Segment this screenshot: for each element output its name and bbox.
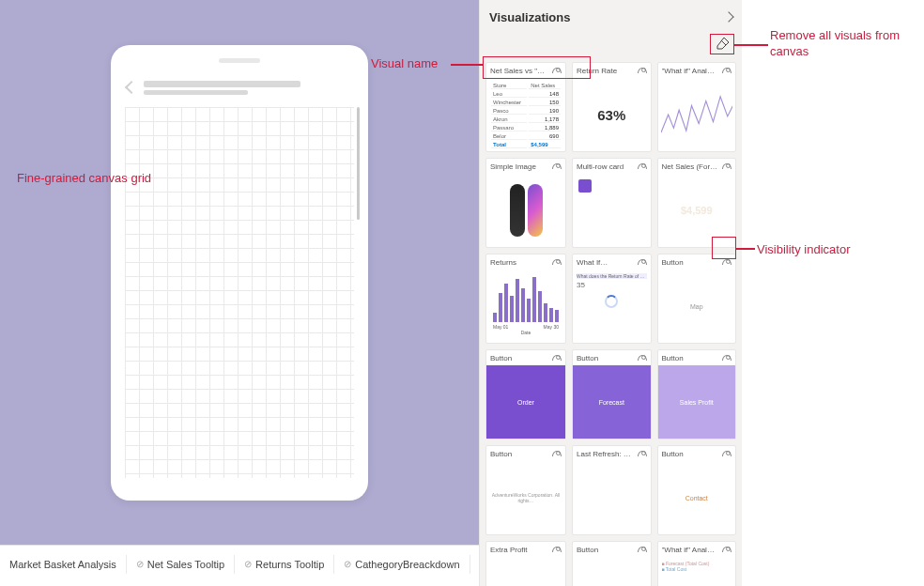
visibility-icon[interactable] bbox=[722, 547, 732, 552]
visibility-icon[interactable] bbox=[638, 355, 647, 361]
back-icon[interactable] bbox=[125, 81, 138, 94]
hidden-icon: ⊘ bbox=[244, 559, 252, 569]
toolbar-row bbox=[480, 34, 742, 58]
callout-box bbox=[483, 56, 591, 79]
phone-frame bbox=[111, 45, 368, 501]
visibility-icon[interactable] bbox=[722, 163, 732, 169]
tile-title: Returns bbox=[490, 258, 516, 267]
tile-button-order[interactable]: Button Order bbox=[485, 349, 566, 440]
card-icon bbox=[578, 179, 592, 193]
panel-title: Visualizations bbox=[489, 10, 570, 24]
whatif-value: 35 bbox=[577, 281, 647, 289]
visibility-icon[interactable] bbox=[552, 163, 562, 169]
tile-button-text1[interactable]: Button AdventureWorks Corporation. All r… bbox=[485, 445, 566, 535]
kpi-value: 63% bbox=[573, 78, 651, 151]
visibility-icon[interactable] bbox=[552, 547, 562, 552]
visibility-icon[interactable] bbox=[552, 355, 562, 361]
callout-line bbox=[734, 44, 768, 46]
tile-title: Button bbox=[577, 354, 598, 362]
visualizations-header: Visualizations bbox=[480, 0, 742, 34]
visibility-icon[interactable] bbox=[638, 68, 647, 73]
tab-market-basket[interactable]: Market Basket Analysis bbox=[0, 555, 127, 574]
hidden-icon: ⊘ bbox=[344, 559, 351, 569]
button-text: AdventureWorks Corporation. All rights… bbox=[486, 461, 565, 534]
tile-last-refresh[interactable]: Last Refresh: Jun… bbox=[572, 445, 652, 535]
tile-title: Button bbox=[577, 546, 598, 554]
tile-button-profile[interactable]: Button Profile account bbox=[572, 541, 652, 586]
tile-title: Multi-row card bbox=[577, 162, 624, 171]
visualizations-pane: Visualizations Net Sales vs "W… StoreNet… bbox=[479, 0, 742, 586]
tile-button-map[interactable]: Button Map bbox=[657, 254, 737, 344]
tile-title: What If… bbox=[577, 258, 608, 267]
tile-simple-image[interactable]: Simple Image bbox=[485, 158, 566, 248]
tile-title: "What if" Analysi… bbox=[662, 546, 718, 554]
tile-net-sales-forecast[interactable]: Net Sales (Forec… $4,599 bbox=[657, 158, 737, 248]
annotation-canvas-grid: Fine-grained canvas grid bbox=[17, 171, 151, 187]
button-label: Sales Profit bbox=[658, 365, 736, 439]
tile-whatif-analysis-2[interactable]: "What if" Analysi… ■ Forecast (Total Cos… bbox=[657, 541, 737, 586]
button-text: Contact bbox=[658, 461, 736, 534]
tab-returns-tooltip[interactable]: ⊘Returns Tooltip bbox=[235, 555, 334, 574]
visualizations-grid: Net Sales vs "W… StoreNet Sales Leo148 W… bbox=[480, 58, 742, 586]
visibility-icon[interactable] bbox=[638, 547, 647, 552]
tile-whatif-slider[interactable]: What If… What does the Return Rate of … … bbox=[572, 254, 652, 344]
canvas-scrollbar[interactable] bbox=[357, 107, 360, 220]
tile-title: Net Sales (Forec… bbox=[662, 162, 718, 171]
phone-title-placeholder bbox=[144, 78, 352, 98]
visibility-icon[interactable] bbox=[552, 451, 562, 456]
visibility-icon[interactable] bbox=[638, 451, 647, 456]
visibility-icon[interactable] bbox=[722, 259, 732, 265]
visibility-icon[interactable] bbox=[722, 68, 732, 73]
tile-title: "What if" Analysi… bbox=[662, 67, 718, 75]
tab-net-sales-tooltip[interactable]: ⊘Net Sales Tooltip bbox=[127, 555, 235, 574]
tile-title: Button bbox=[490, 354, 512, 362]
button-label: Order bbox=[486, 365, 565, 439]
tile-button-salesprofit[interactable]: Button Sales Profit bbox=[657, 349, 737, 440]
visibility-icon[interactable] bbox=[552, 259, 562, 265]
annotation-visual-name: Visual name bbox=[371, 56, 438, 70]
tile-whatif-analysis-1[interactable]: "What if" Analysi… bbox=[657, 62, 737, 152]
bar-chart bbox=[489, 272, 562, 324]
tile-title: Button bbox=[662, 258, 684, 267]
whatif-caption: What does the Return Rate of … bbox=[577, 273, 647, 279]
phone-header bbox=[125, 78, 354, 98]
tile-button-contact[interactable]: Button Contact bbox=[657, 445, 737, 535]
button-label: Map bbox=[658, 270, 736, 343]
visibility-icon[interactable] bbox=[638, 259, 647, 265]
hidden-icon: ⊘ bbox=[136, 559, 144, 569]
tile-title: Button bbox=[662, 450, 684, 458]
mobile-canvas-area bbox=[0, 0, 479, 545]
tab-category-breakdown[interactable]: ⊘CathegoryBreackdown bbox=[334, 555, 470, 574]
callout-line bbox=[736, 248, 755, 250]
annotation-remove-all: Remove all visuals from canvas bbox=[770, 28, 924, 60]
callout-box bbox=[712, 237, 736, 259]
button-label: Forecast bbox=[573, 365, 651, 439]
callout-box bbox=[710, 34, 734, 54]
callout-line bbox=[451, 64, 483, 66]
annotation-visibility: Visibility indicator bbox=[757, 242, 850, 256]
tile-returns-chart[interactable]: Returns May 01May 30 Date bbox=[485, 254, 566, 344]
tile-button-forecast[interactable]: Button Forecast bbox=[572, 349, 652, 440]
tile-extra-profit[interactable]: Extra Profit $1,099 bbox=[485, 541, 566, 586]
collapse-pane-icon[interactable] bbox=[723, 11, 733, 22]
visibility-icon[interactable] bbox=[722, 451, 732, 456]
button-text: Profile account bbox=[573, 557, 651, 586]
pale-value: $1,099 bbox=[486, 557, 565, 586]
canvas-grid[interactable] bbox=[125, 107, 354, 478]
visibility-icon[interactable] bbox=[722, 355, 732, 361]
mini-table: StoreNet Sales Leo148 Winchester150 Pasc… bbox=[489, 81, 562, 150]
tile-title: Button bbox=[662, 354, 684, 362]
loading-spinner-icon bbox=[605, 295, 618, 308]
tile-multirow-card[interactable]: Multi-row card bbox=[572, 158, 652, 248]
visibility-icon[interactable] bbox=[638, 163, 647, 169]
page-tabs: Market Basket Analysis ⊘Net Sales Toolti… bbox=[0, 545, 526, 582]
tile-title: Extra Profit bbox=[490, 546, 528, 554]
tile-title: Simple Image bbox=[490, 162, 536, 171]
tile-title: Button bbox=[490, 450, 512, 458]
image-thumbnail bbox=[486, 174, 565, 247]
sparkline-chart bbox=[661, 81, 733, 148]
tile-title: Last Refresh: Jun… bbox=[577, 450, 633, 458]
